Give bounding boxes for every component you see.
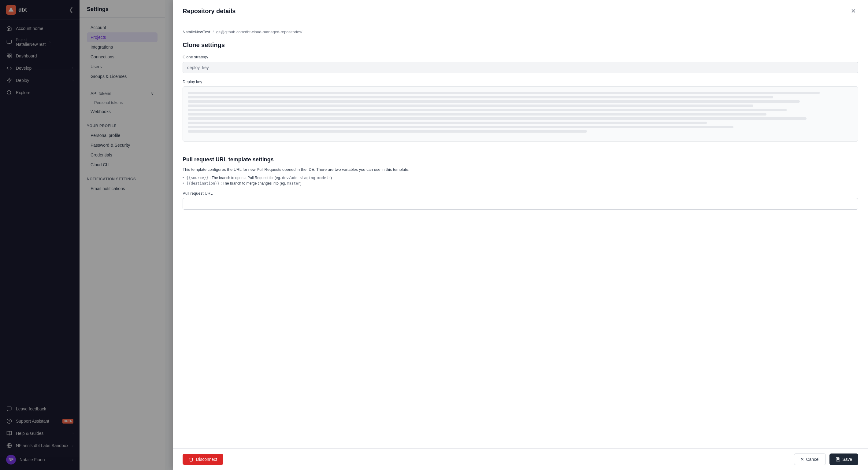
deploy-key-field: Deploy key (183, 79, 858, 141)
deploy-key-label: Deploy key (183, 79, 858, 84)
key-line (188, 104, 753, 107)
modal-header: Repository details ✕ (173, 0, 868, 22)
pull-request-section-title: Pull request URL template settings (183, 157, 858, 163)
modal-body: NatalieNewTest / git@github.com:dbt-clou… (173, 22, 868, 448)
breadcrumb: NatalieNewTest / git@github.com:dbt-clou… (183, 30, 858, 34)
modal-overlay: Repository details ✕ NatalieNewTest / gi… (0, 0, 868, 470)
key-line (188, 126, 734, 128)
key-line (188, 100, 800, 103)
key-line (188, 113, 767, 115)
pr-var-desc: : The branch to merge changes into (eg. … (221, 181, 302, 186)
modal-footer: Disconnect ✕ Cancel Save (173, 448, 868, 470)
key-line (188, 109, 787, 111)
disconnect-button[interactable]: Disconnect (183, 454, 223, 465)
cancel-button[interactable]: ✕ Cancel (794, 454, 826, 465)
key-line (188, 92, 820, 94)
repository-details-modal: Repository details ✕ NatalieNewTest / gi… (173, 0, 868, 470)
pr-var-code: {{source}} (186, 176, 208, 180)
deploy-key-display (183, 87, 858, 141)
cancel-icon: ✕ (800, 457, 804, 462)
clone-strategy-field: Clone strategy document.querySelector('[… (183, 55, 858, 73)
pull-request-url-label: Pull request URL (183, 191, 858, 196)
clone-settings-title: Clone settings (183, 41, 858, 48)
breadcrumb-project-link[interactable]: NatalieNewTest (183, 30, 210, 34)
key-line (188, 130, 587, 133)
pr-var-item: {{destination}} : The branch to merge ch… (183, 180, 858, 186)
key-line (188, 118, 807, 120)
disconnect-icon (189, 457, 194, 462)
key-line (188, 96, 773, 98)
pull-request-description: This template configures the URL for new… (183, 167, 858, 173)
footer-actions: ✕ Cancel Save (794, 454, 858, 465)
pull-request-variables: {{source}} : The branch to open a Pull R… (183, 175, 858, 186)
breadcrumb-separator: / (213, 30, 214, 34)
clone-strategy-input[interactable] (183, 62, 858, 73)
save-button[interactable]: Save (830, 454, 858, 465)
pr-var-item: {{source}} : The branch to open a Pull R… (183, 175, 858, 180)
disconnect-label: Disconnect (196, 457, 217, 462)
save-icon (836, 457, 840, 462)
pull-request-url-field: Pull request URL (183, 191, 858, 210)
section-divider (183, 149, 858, 149)
clone-strategy-label: Clone strategy (183, 55, 858, 59)
modal-title: Repository details (183, 8, 236, 15)
cancel-label: Cancel (806, 457, 819, 462)
modal-close-button[interactable]: ✕ (848, 6, 858, 16)
pr-var-code: {{destination}} (186, 181, 219, 186)
key-line (188, 122, 707, 124)
breadcrumb-path: git@github.com:dbt-cloud-managed-reposit… (216, 30, 306, 34)
pull-request-url-input[interactable] (183, 198, 858, 210)
pr-var-desc: : The branch to open a Pull Request for … (210, 176, 332, 180)
save-label: Save (842, 457, 852, 462)
